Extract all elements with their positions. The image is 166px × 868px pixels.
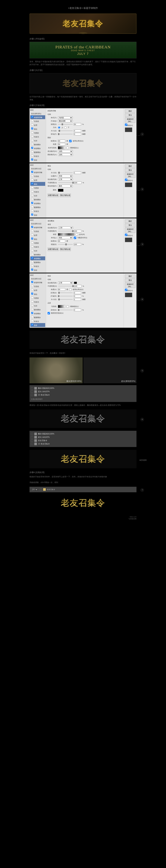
sidebar-item[interactable]: 外发光 — [30, 209, 45, 213]
style-check[interactable] — [31, 179, 33, 181]
style-check[interactable] — [31, 292, 33, 294]
global-check[interactable] — [69, 288, 72, 291]
style-check[interactable] — [31, 143, 33, 145]
sidebar-item[interactable]: 渐变叠加 — [30, 146, 45, 150]
ok-button[interactable]: 确定 — [125, 164, 135, 168]
sidebar-item[interactable]: 内发光 — [30, 245, 45, 249]
layer-row[interactable]: 叠加 图案填充100% — [31, 386, 135, 390]
sidebar-item[interactable]: 光泽 — [30, 194, 45, 197]
sidebar-item-active[interactable]: 描边 — [30, 182, 45, 186]
eye-icon[interactable] — [31, 433, 33, 435]
noise-input[interactable] — [74, 309, 81, 311]
sidebar-item[interactable]: 纹理 — [30, 178, 45, 182]
size-slider[interactable] — [58, 299, 73, 300]
preview-check[interactable] — [125, 124, 127, 126]
sidebar-item[interactable]: 混合选项:自定 — [30, 277, 45, 280]
style-check[interactable] — [31, 147, 33, 149]
altitude-input[interactable] — [58, 143, 65, 146]
style-check[interactable] — [31, 253, 33, 255]
dir-down[interactable] — [64, 126, 67, 129]
sidebar-item[interactable]: 光泽 — [30, 249, 45, 252]
style-check[interactable] — [31, 289, 33, 290]
sidebar-item[interactable]: 描边 — [30, 237, 45, 241]
sidebar-item[interactable]: 颜色叠加 — [30, 252, 45, 256]
style-check[interactable] — [31, 308, 33, 310]
reset-button[interactable]: 复位为默认值 — [60, 248, 71, 251]
fill-select[interactable]: 颜色 — [58, 185, 73, 187]
style-check[interactable] — [31, 269, 33, 271]
size-slider[interactable] — [58, 130, 73, 131]
reverse-check[interactable] — [76, 233, 78, 236]
eye-icon[interactable] — [31, 391, 33, 393]
size-input[interactable] — [74, 172, 81, 174]
sidebar-item[interactable]: 内阴影 — [30, 241, 45, 245]
ok-button[interactable]: 确定 — [125, 219, 135, 223]
style-check[interactable] — [31, 241, 33, 243]
sidebar-item[interactable]: 混合选项:默认 — [30, 112, 45, 115]
sidebar-item[interactable]: 投影 — [30, 158, 45, 162]
sidebar-item-active[interactable]: 斜面和浮雕 — [30, 115, 45, 119]
size-input[interactable] — [74, 298, 81, 301]
distance-slider[interactable] — [58, 292, 73, 293]
eye-icon[interactable] — [31, 443, 33, 445]
angle-input[interactable] — [58, 240, 65, 242]
size-input[interactable] — [74, 129, 81, 132]
style-check[interactable] — [31, 265, 33, 267]
pos-select[interactable]: 外部 — [58, 175, 73, 177]
color-swatch[interactable] — [58, 189, 63, 192]
eye-icon[interactable] — [40, 488, 42, 491]
angle-input[interactable] — [58, 288, 65, 291]
blend-select[interactable]: 正常 — [58, 178, 73, 181]
style-check[interactable] — [31, 127, 33, 129]
aa-check[interactable] — [66, 305, 69, 308]
style-check[interactable] — [31, 249, 33, 251]
sidebar-item[interactable]: 内阴影 — [30, 131, 45, 135]
contour-preview[interactable] — [58, 305, 65, 308]
sidebar-item[interactable]: 图案叠加 — [30, 205, 45, 209]
style-check[interactable] — [31, 202, 33, 204]
color-swatch[interactable] — [74, 282, 77, 284]
style-check[interactable] — [31, 194, 33, 196]
sidebar-item[interactable]: 投影 — [30, 213, 45, 217]
sidebar-item[interactable]: 等高线 — [30, 119, 45, 123]
style-select[interactable]: 内斜面 — [58, 116, 73, 119]
sidebar-item[interactable]: 内发光 — [30, 135, 45, 138]
soften-slider[interactable] — [58, 134, 73, 134]
distance-input[interactable] — [74, 291, 81, 294]
new-style-button[interactable]: 新建样式(W)... — [125, 283, 135, 288]
style-check[interactable] — [31, 135, 33, 137]
sidebar-item[interactable]: 光泽 — [30, 304, 45, 308]
style-check[interactable] — [31, 285, 33, 287]
ok-button[interactable]: 确定 — [125, 275, 135, 278]
scale-slider[interactable] — [58, 244, 73, 245]
default-button[interactable]: 设置为默认值 — [47, 248, 59, 251]
sidebar-item[interactable]: 渐变叠加 — [30, 202, 45, 205]
style-check[interactable] — [31, 312, 33, 314]
sidebar-item[interactable]: 描边 — [30, 127, 45, 131]
blend-select[interactable]: 正常 — [58, 281, 73, 284]
reset-button[interactable]: 复位为默认值 — [60, 194, 71, 197]
style-check[interactable] — [31, 183, 33, 184]
style-check[interactable] — [31, 214, 33, 215]
layer-row[interactable]: 柔光 杂色32% — [31, 390, 135, 393]
sidebar-item[interactable]: 斜面和浮雕 — [30, 280, 45, 284]
style-select[interactable]: 线性 — [58, 237, 73, 239]
align-check[interactable] — [74, 237, 76, 239]
new-style-button[interactable]: 新建样式(W)... — [125, 227, 135, 233]
blend-select[interactable]: 正常 — [58, 226, 73, 229]
style-check[interactable] — [31, 234, 33, 236]
scale-input[interactable] — [74, 243, 81, 246]
sidebar-item[interactable]: 图案叠加 — [30, 260, 45, 264]
sidebar-item[interactable]: 内阴影 — [30, 296, 45, 300]
sidebar-item[interactable]: 图案叠加 — [30, 150, 45, 154]
gradient-bar[interactable] — [58, 233, 74, 236]
style-check[interactable] — [31, 300, 33, 302]
cancel-button[interactable]: 复位 — [125, 223, 135, 227]
sidebar-item-active[interactable]: 渐变叠加 — [30, 256, 45, 260]
depth-slider[interactable] — [58, 124, 73, 125]
blend-select[interactable]: 正常 — [31, 488, 38, 491]
new-style-button[interactable]: 新建样式(W)... — [125, 118, 135, 123]
ok-button[interactable]: 确定 — [125, 110, 135, 113]
opacity-slider[interactable] — [58, 182, 73, 183]
sidebar-item[interactable]: 渐变叠加 — [30, 311, 45, 315]
